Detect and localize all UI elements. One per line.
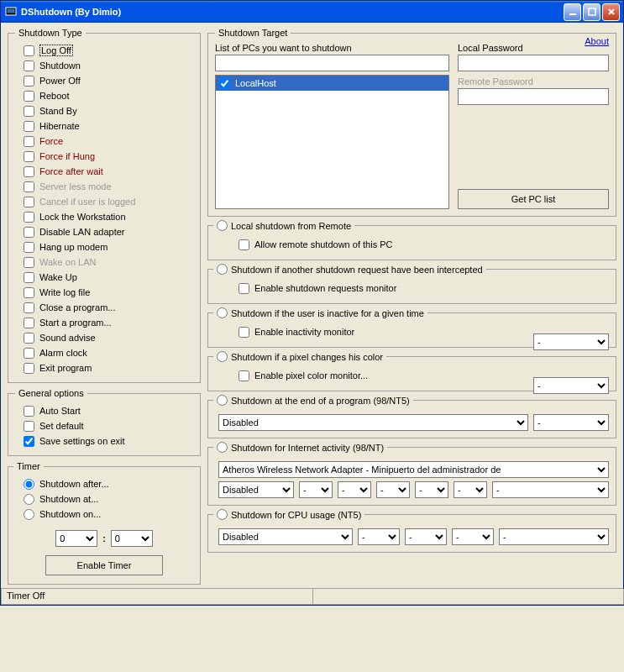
- enable-timer-button[interactable]: Enable Timer: [45, 555, 163, 575]
- shutdown-type-checkbox[interactable]: [24, 272, 34, 283]
- pixel-select[interactable]: -: [533, 377, 609, 394]
- shutdown-type-checkbox[interactable]: [24, 121, 34, 132]
- shutdown-type-label: Wake on LAN: [39, 257, 96, 267]
- shutdown-type-legend: Shutdown Type: [15, 28, 86, 38]
- shutdown-type-checkbox[interactable]: [24, 106, 34, 117]
- shutdown-type-label: Force if Hung: [39, 151, 95, 161]
- shutdown-type-label: Force after wait: [39, 166, 103, 176]
- shutdown-after-label: Shutdown after...: [39, 479, 109, 489]
- internet-radio[interactable]: [217, 442, 228, 453]
- shutdown-type-checkbox[interactable]: [24, 60, 34, 71]
- shutdown-type-label: Exit program: [39, 363, 92, 373]
- remote-password-input[interactable]: [458, 88, 609, 105]
- timer-sep: :: [102, 533, 106, 543]
- maximize-button[interactable]: [583, 3, 600, 21]
- cpu-s3[interactable]: -: [452, 528, 494, 545]
- pixel-checkbox[interactable]: [239, 370, 249, 381]
- save-on-exit-checkbox[interactable]: [24, 436, 34, 447]
- inactive-checkbox[interactable]: [239, 327, 249, 338]
- shutdown-type-label: Power Off: [39, 76, 81, 86]
- cpu-s4[interactable]: -: [499, 528, 609, 545]
- status-cell-2: [312, 589, 625, 605]
- minimize-button[interactable]: [564, 3, 581, 21]
- shutdown-type-checkbox[interactable]: [24, 318, 34, 328]
- shutdown-type-checkbox[interactable]: [24, 333, 34, 344]
- shutdown-type-checkbox[interactable]: [24, 91, 34, 102]
- intercept-radio[interactable]: [217, 264, 228, 275]
- cpu-radio[interactable]: [217, 509, 228, 520]
- local-password-input[interactable]: [458, 55, 609, 71]
- shutdown-after-radio[interactable]: [24, 479, 34, 490]
- shutdown-type-checkbox[interactable]: [24, 227, 34, 238]
- app-icon: [4, 5, 18, 18]
- about-link[interactable]: About: [585, 36, 609, 46]
- shutdown-type-label: Start a program...: [39, 318, 112, 328]
- shutdown-type-checkbox[interactable]: [24, 45, 34, 56]
- shutdown-type-checkbox[interactable]: [24, 348, 34, 359]
- shutdown-target-group: Shutdown Target About List of PCs you wa…: [207, 28, 616, 217]
- allow-remote-checkbox[interactable]: [239, 239, 249, 250]
- shutdown-type-checkbox[interactable]: [24, 76, 34, 87]
- shutdown-type-checkbox[interactable]: [24, 257, 34, 268]
- inactive-label: Enable inactivity monitor: [254, 327, 354, 337]
- shutdown-type-checkbox[interactable]: [24, 151, 34, 162]
- shutdown-type-checkbox[interactable]: [24, 197, 34, 207]
- intercept-legend: Shutdown if another shutdown request hav…: [231, 265, 483, 275]
- set-default-checkbox[interactable]: [24, 421, 34, 432]
- prog-end-group: Shutdown at the end of a program (98/NT5…: [207, 395, 616, 438]
- auto-start-checkbox[interactable]: [24, 406, 34, 417]
- internet-legend: Shutdown for Internet activity (98/NT): [231, 443, 384, 453]
- shutdown-at-label: Shutdown at...: [39, 494, 98, 504]
- shutdown-on-radio[interactable]: [24, 509, 34, 520]
- shutdown-type-label: Close a program...: [39, 302, 115, 312]
- titlebar: DShutdown (By Dimio): [1, 1, 623, 23]
- pixel-radio[interactable]: [217, 351, 228, 362]
- inactive-select[interactable]: -: [533, 333, 609, 350]
- internet-adapter-select[interactable]: Atheros Wireless Network Adapter - Minip…: [218, 461, 609, 478]
- remote-password-label: Remote Password: [458, 76, 609, 87]
- get-pc-list-button[interactable]: Get PC list: [458, 189, 609, 209]
- internet-s3[interactable]: -: [376, 481, 410, 498]
- shutdown-type-checkbox[interactable]: [24, 302, 34, 313]
- shutdown-type-checkbox[interactable]: [24, 136, 34, 147]
- shutdown-type-checkbox[interactable]: [24, 181, 34, 192]
- shutdown-type-checkbox[interactable]: [24, 166, 34, 177]
- svg-rect-1: [8, 9, 15, 13]
- shutdown-type-checkbox[interactable]: [24, 363, 34, 374]
- shutdown-at-radio[interactable]: [24, 494, 34, 505]
- internet-s5[interactable]: -: [454, 481, 487, 498]
- general-options-legend: General options: [15, 388, 87, 398]
- internet-s1[interactable]: -: [299, 481, 333, 498]
- remote-radio[interactable]: [217, 220, 228, 231]
- localhost-label: LocalHost: [235, 78, 276, 88]
- shutdown-type-label: Wake Up: [39, 272, 77, 282]
- internet-disabled-select[interactable]: Disabled: [218, 481, 294, 498]
- cpu-legend: Shutdown for CPU usage (NT5): [231, 510, 361, 520]
- inactive-radio[interactable]: [217, 307, 228, 318]
- remote-shutdown-group: Local shutdown from Remote Allow remote …: [207, 220, 616, 260]
- timer-minutes-select[interactable]: 0: [111, 530, 153, 547]
- pc-list-input[interactable]: [215, 55, 449, 71]
- pc-listbox[interactable]: LocalHost: [215, 75, 449, 209]
- cpu-group: Shutdown for CPU usage (NT5) Disabled - …: [207, 509, 616, 553]
- shutdown-type-checkbox[interactable]: [24, 212, 34, 223]
- localhost-checkbox[interactable]: [219, 78, 230, 89]
- internet-s4[interactable]: -: [415, 481, 448, 498]
- shutdown-type-checkbox[interactable]: [24, 287, 34, 298]
- shutdown-type-checkbox[interactable]: [24, 242, 34, 253]
- cpu-s1[interactable]: -: [358, 528, 400, 545]
- cpu-disabled-select[interactable]: Disabled: [218, 528, 353, 545]
- prog-end-sel[interactable]: -: [533, 414, 609, 431]
- intercept-checkbox[interactable]: [239, 283, 249, 294]
- close-button[interactable]: [602, 3, 620, 21]
- timer-hours-select[interactable]: 0: [55, 530, 97, 547]
- internet-s2[interactable]: -: [338, 481, 371, 498]
- cpu-s2[interactable]: -: [405, 528, 447, 545]
- shutdown-type-label: Alarm clock: [39, 348, 87, 358]
- internet-group: Shutdown for Internet activity (98/NT) A…: [207, 442, 616, 506]
- internet-s6[interactable]: -: [492, 481, 609, 498]
- prog-end-radio[interactable]: [217, 395, 228, 406]
- inactive-group: Shutdown if the user is inactive for a g…: [207, 307, 616, 348]
- list-item[interactable]: LocalHost: [216, 76, 448, 91]
- prog-end-disabled-select[interactable]: Disabled: [218, 414, 528, 431]
